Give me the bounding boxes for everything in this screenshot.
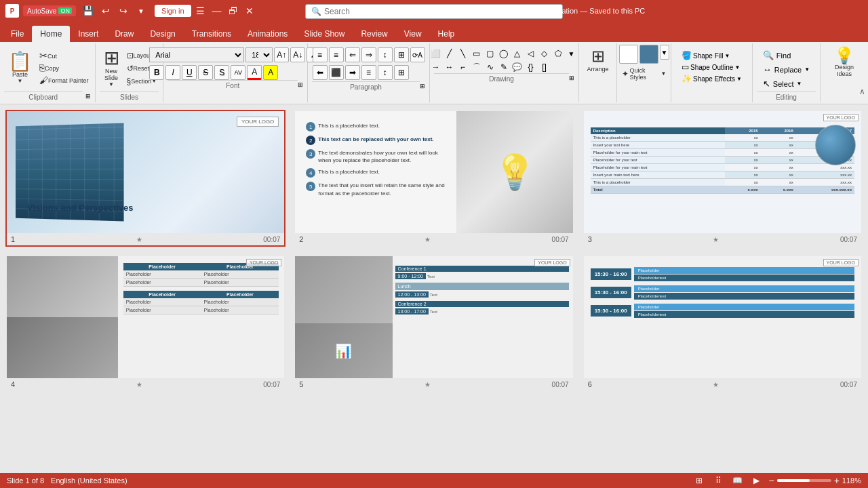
shape-more[interactable]: ▼ — [566, 47, 578, 60]
slide-item[interactable]: YOUR LOGO 15:30 - 16:00 Placeholder Plac… — [584, 256, 861, 390]
shape-freeform[interactable]: ∿ — [484, 61, 496, 73]
cut-button[interactable]: ✂ Cut — [37, 50, 91, 61]
slide-item[interactable]: YOUR LOGO Visions and Perspectives === N… — [7, 111, 284, 245]
align-right-button[interactable]: ➡ — [345, 65, 360, 80]
highlight-button[interactable]: A — [263, 65, 278, 80]
redo-button[interactable]: ↪ — [117, 4, 130, 18]
shape-line2[interactable]: ╲ — [457, 47, 469, 60]
shape-callout[interactable]: 💬 — [511, 61, 524, 73]
sign-in-button[interactable]: Sign in — [155, 5, 191, 17]
qstyle-1[interactable] — [619, 45, 638, 64]
tab-review[interactable]: Review — [353, 26, 395, 42]
reading-view-button[interactable]: 📖 — [730, 474, 744, 487]
shape-curve[interactable]: ⌒ — [471, 61, 483, 73]
tab-draw[interactable]: Draw — [106, 26, 142, 42]
close-button[interactable]: ✕ — [243, 4, 256, 18]
shape-doublearrow[interactable]: ↔ — [443, 61, 456, 73]
shape-elbow[interactable]: ⌐ — [457, 61, 469, 73]
line-spacing-button[interactable]: ↕ — [378, 47, 393, 62]
slide-item[interactable]: YOUR LOGO 📊 Conference 1 9:00 - 12:00 T — [295, 256, 572, 390]
tab-file[interactable]: File — [3, 26, 32, 42]
tab-insert[interactable]: Insert — [70, 26, 106, 42]
minimize-button[interactable]: — — [210, 4, 224, 18]
align-text-button[interactable]: ↕ — [378, 65, 393, 80]
tab-animations[interactable]: Animations — [239, 26, 296, 42]
zoom-in-button[interactable]: + — [834, 475, 840, 486]
new-slide-button[interactable]: ⊞ New Slide ▼ — [100, 46, 123, 90]
collapse-ribbon-button[interactable]: ∧ — [856, 84, 868, 99]
save-button[interactable]: 💾 — [81, 4, 95, 18]
font-color-button[interactable]: A — [247, 65, 262, 80]
shape-circle[interactable]: ◯ — [498, 47, 510, 60]
find-button[interactable]: 🔍 Find — [759, 49, 814, 62]
normal-view-button[interactable]: ⊞ — [692, 474, 706, 487]
shape-text-box[interactable]: ⬜ — [430, 47, 442, 60]
slide-item[interactable]: YOUR LOGO PlaceholderPlaceholder Placeho… — [7, 256, 284, 390]
autosave-toggle[interactable]: AutoSave ON — [23, 5, 76, 16]
shape-rect[interactable]: ▭ — [471, 47, 483, 60]
justify-button[interactable]: ≡ — [361, 65, 376, 80]
shape-triangle[interactable]: △ — [511, 47, 524, 60]
shape-fill-button[interactable]: 🪣 Shape Fill ▼ — [679, 50, 744, 61]
select-button[interactable]: ↖ Select ▼ — [759, 77, 814, 90]
paragraph-dialog-icon[interactable]: ⊞ — [420, 83, 425, 89]
bold-button[interactable]: B — [149, 65, 164, 80]
columns-button[interactable]: ⊞ — [394, 47, 409, 62]
increase-font-button[interactable]: A↑ — [274, 47, 289, 62]
align-center-button[interactable]: ⬛ — [329, 65, 344, 80]
shape-scribble[interactable]: ✎ — [498, 61, 510, 73]
tab-slideshow[interactable]: Slide Show — [296, 26, 353, 42]
shape-brace[interactable]: [] — [538, 61, 551, 73]
decrease-font-button[interactable]: A↓ — [290, 47, 305, 62]
design-ideas-button[interactable]: 💡 Design Ideas — [829, 45, 860, 80]
format-painter-button[interactable]: 🖌 Format Painter — [37, 75, 91, 86]
font-size-select[interactable]: 18 — [245, 47, 273, 62]
arrange-button[interactable]: ⊞ Arrange — [583, 45, 612, 75]
tab-view[interactable]: View — [396, 26, 430, 42]
decrease-indent-button[interactable]: ⇐ — [345, 47, 360, 62]
tab-transitions[interactable]: Transitions — [184, 26, 239, 42]
copy-button[interactable]: ⎘ Copy — [37, 62, 91, 73]
clipboard-dialog-icon[interactable]: ⊞ — [85, 93, 91, 100]
tab-help[interactable]: Help — [430, 26, 463, 42]
slide-item[interactable]: YOUR LOGO Description 2015 2016 2017 — [584, 111, 861, 245]
replace-button[interactable]: ↔ Replace ▼ — [759, 63, 814, 76]
slide-sorter-button[interactable]: ⠿ — [711, 474, 725, 487]
increase-indent-button[interactable]: ⇒ — [361, 47, 376, 62]
shape-diamond[interactable]: ◇ — [538, 47, 551, 60]
align-left-button[interactable]: ⬅ — [313, 65, 328, 80]
restore-button[interactable]: 🗗 — [226, 4, 240, 18]
shape-rtriangle[interactable]: ◁ — [525, 47, 537, 60]
shape-bracket[interactable]: {} — [525, 61, 537, 73]
italic-button[interactable]: I — [165, 65, 180, 80]
slide-item[interactable]: YOUR LOGO 1 This is a placeholder text. … — [295, 111, 572, 245]
smartart-button[interactable]: ⊞ — [394, 65, 409, 80]
customize-button[interactable]: ▼ — [134, 4, 148, 18]
slideshow-button[interactable]: ▶ — [749, 474, 763, 487]
shape-penta[interactable]: ⬠ — [552, 47, 564, 60]
qstyle-2[interactable] — [639, 45, 658, 64]
zoom-out-button[interactable]: − — [768, 475, 774, 486]
font-name-select[interactable]: Arial — [149, 47, 244, 62]
text-direction-button[interactable]: ⟳A — [410, 47, 425, 62]
char-spacing-button[interactable]: AV — [231, 65, 245, 80]
shape-arrow[interactable]: → — [430, 61, 442, 73]
shape-rounded-rect[interactable]: ▢ — [484, 47, 496, 60]
ribbon-menu-icon[interactable]: ☰ — [194, 4, 208, 18]
numbering-button[interactable]: ≡ — [329, 47, 344, 62]
drawing-dialog-icon[interactable]: ⊞ — [569, 75, 574, 81]
font-dialog-icon[interactable]: ⊞ — [298, 81, 303, 88]
tab-home[interactable]: Home — [32, 26, 70, 42]
strikethrough-button[interactable]: S — [198, 65, 213, 80]
tab-design[interactable]: Design — [142, 26, 183, 42]
bullets-button[interactable]: ≡ — [313, 47, 328, 62]
underline-button[interactable]: U — [182, 65, 197, 80]
shape-outline-button[interactable]: ▭ Shape Outline ▼ — [679, 62, 744, 73]
shadow-button[interactable]: S — [214, 65, 229, 80]
paste-button[interactable]: 📋 Paste ▼ — [4, 49, 36, 87]
zoom-slider[interactable] — [777, 479, 831, 482]
shape-line[interactable]: ╱ — [443, 47, 456, 60]
undo-button[interactable]: ↩ — [99, 4, 113, 18]
shape-effects-button[interactable]: ✨ Shape Effects ▼ — [679, 73, 744, 84]
qstyle-more[interactable]: ▼ — [660, 45, 669, 60]
